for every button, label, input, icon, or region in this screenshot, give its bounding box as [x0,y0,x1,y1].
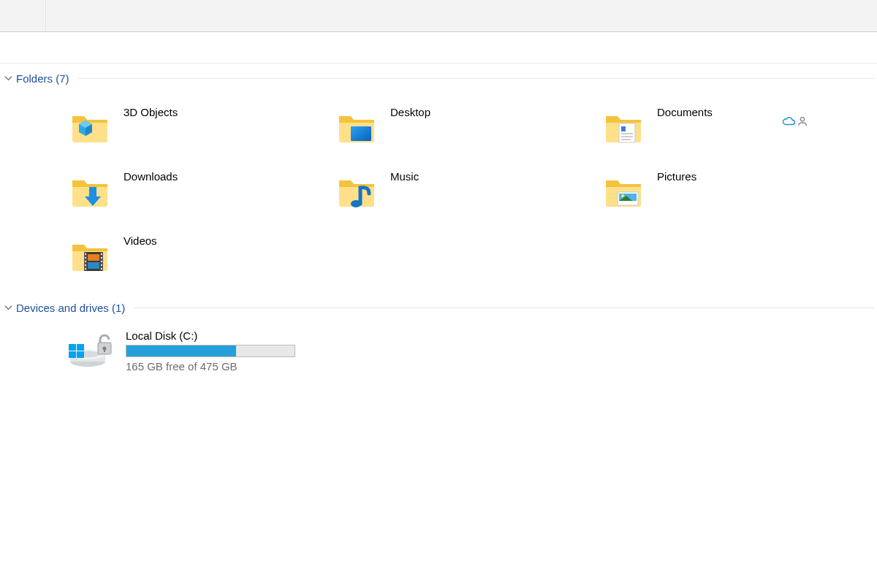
svg-rect-30 [101,261,102,262]
svg-rect-24 [85,257,86,259]
svg-rect-22 [88,262,99,269]
svg-rect-40 [77,351,84,358]
svg-rect-31 [101,264,102,266]
folder-icon-3d [69,110,110,145]
svg-rect-27 [85,268,86,270]
drive-usage-fill [126,345,236,356]
folder-downloads[interactable]: Downloads [69,170,336,213]
svg-rect-25 [85,261,86,262]
svg-point-10 [800,118,804,121]
section-rule [78,78,875,79]
folder-pictures[interactable]: Pictures [603,170,870,213]
svg-rect-23 [85,253,86,255]
section-header-drives[interactable]: Devices and drives (1) [0,297,877,318]
folder-desktop[interactable]: Desktop [336,106,603,148]
person-icon [797,115,808,127]
svg-rect-11 [89,187,96,196]
content-area: Folders (7) 3D Objects [0,64,877,380]
address-strip [0,32,877,64]
chevron-down-icon [0,75,16,83]
ribbon-strip [0,0,877,32]
chevron-down-icon [0,304,16,312]
drive-info: Local Disk (C:) 165 GB free of 475 GB [126,329,295,373]
svg-rect-43 [104,348,105,352]
section-header-folders[interactable]: Folders (7) [0,68,877,88]
section-rule [134,308,875,308]
ribbon-separator [0,0,46,31]
svg-rect-21 [88,254,99,261]
folder-icon-documents [603,110,644,145]
svg-rect-38 [77,344,84,351]
folder-music[interactable]: Music [336,170,603,213]
folder-documents[interactable]: Documents [603,106,870,148]
folder-label: Pictures [657,170,696,183]
svg-rect-37 [69,344,76,351]
folder-icon-downloads [69,174,110,209]
folder-label: Videos [124,234,157,247]
svg-rect-26 [85,264,86,266]
sync-status-icons [782,115,808,128]
folder-label: Downloads [124,170,178,183]
drive-icon [69,329,115,369]
section-label: Folders (7) [16,72,69,85]
folder-icon-pictures [603,174,644,209]
svg-rect-6 [621,126,626,131]
folders-grid: 3D Objects Desktop [0,88,877,284]
svg-rect-39 [69,351,76,358]
folder-icon-music [336,174,377,209]
folder-icon-videos [69,238,110,273]
drive-name: Local Disk (C:) [126,329,295,342]
drive-subtext: 165 GB free of 475 GB [126,360,295,373]
svg-rect-29 [101,257,102,259]
cloud-icon [782,115,795,128]
folder-label: Documents [657,106,713,118]
section-label: Devices and drives (1) [16,302,125,314]
drive-usage-bar [126,345,295,357]
svg-rect-32 [101,268,102,270]
drive-local-disk-c[interactable]: Local Disk (C:) 165 GB free of 475 GB [0,318,877,380]
svg-rect-4 [351,126,371,141]
svg-point-17 [621,194,624,197]
folder-label: Desktop [390,106,430,118]
folder-icon-desktop [336,110,377,145]
svg-rect-28 [101,253,102,255]
folder-3d-objects[interactable]: 3D Objects [69,106,336,148]
folder-label: Music [390,170,419,183]
folder-label: 3D Objects [124,106,178,118]
folder-videos[interactable]: Videos [69,234,336,277]
